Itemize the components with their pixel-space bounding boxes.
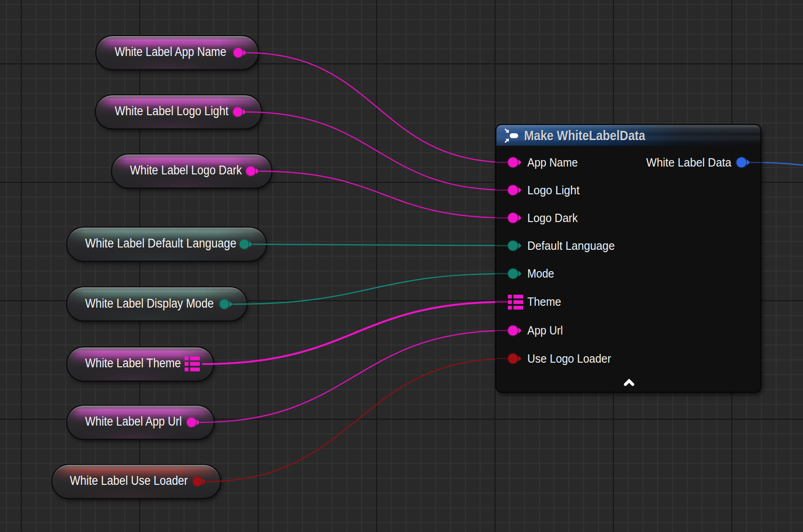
svg-text:Logo Dark: Logo Dark xyxy=(527,211,578,224)
svg-text:White Label Logo Light: White Label Logo Light xyxy=(115,104,229,118)
svg-text:App Name: App Name xyxy=(527,156,578,169)
svg-text:White Label App Name: White Label App Name xyxy=(115,45,226,59)
svg-text:App Url: App Url xyxy=(527,324,563,337)
svg-text:Make WhiteLabelData: Make WhiteLabelData xyxy=(524,128,646,143)
svg-text:White Label Display Mode: White Label Display Mode xyxy=(85,297,214,310)
svg-text:Mode: Mode xyxy=(527,267,554,280)
svg-text:White Label Data: White Label Data xyxy=(646,156,731,169)
svg-text:White Label App Url: White Label App Url xyxy=(85,414,182,428)
svg-text:White Label Logo Dark: White Label Logo Dark xyxy=(130,163,242,177)
svg-text:White Label Theme: White Label Theme xyxy=(85,356,181,370)
svg-text:White Label Default Language: White Label Default Language xyxy=(85,236,236,250)
svg-text:Use Logo Loader: Use Logo Loader xyxy=(527,352,611,365)
svg-text:Theme: Theme xyxy=(527,295,561,308)
svg-text:White Label Use Loader: White Label Use Loader xyxy=(70,474,188,488)
svg-text:Logo Light: Logo Light xyxy=(527,184,580,197)
svg-text:Default Language: Default Language xyxy=(527,239,615,252)
